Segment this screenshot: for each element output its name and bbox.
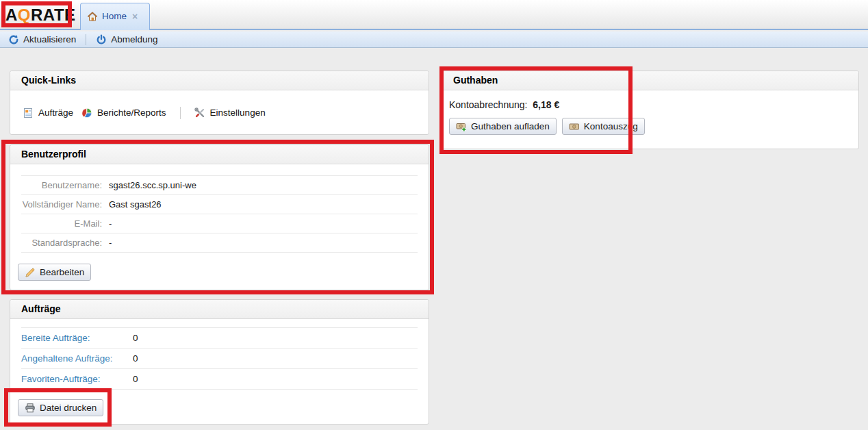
profile-row-label: Vollständiger Name: xyxy=(21,199,102,210)
quick-link-label: Einstellungen xyxy=(210,108,266,118)
tab-home[interactable]: Home × xyxy=(80,3,150,30)
quick-links-panel: Quick-Links Aufträge xyxy=(10,71,429,135)
quick-link-auftraege[interactable]: Aufträge xyxy=(23,108,73,118)
logo-text: A xyxy=(5,5,18,25)
logo-accent-letter: Q xyxy=(18,5,31,25)
job-row: Favoriten-Aufträge: 0 xyxy=(21,369,418,390)
ready-jobs-count: 0 xyxy=(133,333,138,343)
document-icon xyxy=(23,108,34,118)
logo-text-rest: RATE xyxy=(31,5,76,25)
tab-close-icon[interactable]: × xyxy=(132,11,138,22)
edit-profile-label: Bearbeiten xyxy=(40,267,84,277)
print-file-button[interactable]: Datei drucken xyxy=(18,399,103,416)
toolbar-separator xyxy=(86,34,86,45)
logout-button[interactable]: Abmeldung xyxy=(92,33,162,47)
guthaben-panel: Guthaben Kontoabrechnung: 6,18 € xyxy=(442,71,859,149)
tools-icon xyxy=(194,108,205,118)
job-row: Angehaltene Aufträge: 0 xyxy=(21,349,418,369)
tab-label: Home xyxy=(102,11,127,21)
profile-rows: Benutzername: sgast26.scc.sp.uni-we Voll… xyxy=(21,175,418,253)
profile-row: Benutzername: sgast26.scc.sp.uni-we xyxy=(21,176,418,195)
refresh-icon xyxy=(8,34,19,45)
profile-row: Vollständiger Name: Gast sgast26 xyxy=(21,195,418,214)
app-logo[interactable]: AQRATE xyxy=(5,4,88,26)
print-file-label: Datei drucken xyxy=(40,403,97,413)
favorite-jobs-link[interactable]: Favoriten-Aufträge: xyxy=(21,374,133,384)
ready-jobs-link[interactable]: Bereite Aufträge: xyxy=(21,333,133,343)
benutzerprofil-panel: Benutzerprofil Benutzername: sgast26.scc… xyxy=(10,144,429,290)
quick-links-title: Quick-Links xyxy=(10,71,429,90)
guthaben-title: Guthaben xyxy=(442,71,858,90)
logout-label: Abmeldung xyxy=(111,34,157,45)
pencil-icon xyxy=(25,267,36,278)
auftraege-panel: Aufträge Bereite Aufträge: 0 Angehaltene… xyxy=(10,299,429,425)
guthaben-body: Kontoabrechnung: 6,18 € Guthaben auflade… xyxy=(442,90,858,135)
balance-value: 6,18 € xyxy=(533,99,559,110)
app-window: AQRATE Home × Aktualisiere xyxy=(0,0,868,430)
money-icon xyxy=(569,121,580,132)
quick-links-body: Aufträge Berichte/Reports xyxy=(10,90,429,135)
profile-row: Standardsprache: - xyxy=(21,233,418,253)
power-icon xyxy=(96,34,107,45)
profile-row-value: sgast26.scc.sp.uni-we xyxy=(109,180,196,190)
job-row: Bereite Aufträge: 0 xyxy=(21,328,418,349)
home-icon xyxy=(87,11,98,22)
auftraege-title: Aufträge xyxy=(10,300,429,319)
refresh-label: Aktualisieren xyxy=(23,34,76,45)
statement-button[interactable]: Kontoauszug xyxy=(562,118,645,135)
main-toolbar: Aktualisieren Abmeldung xyxy=(0,31,868,48)
held-jobs-count: 0 xyxy=(133,353,138,364)
profile-row-label: E-Mail: xyxy=(21,218,102,229)
quick-link-berichte[interactable]: Berichte/Reports xyxy=(81,108,166,118)
profile-row: E-Mail: - xyxy=(21,214,418,233)
tab-strip: AQRATE Home × xyxy=(0,0,868,30)
printer-icon xyxy=(25,403,36,414)
profile-row-value: - xyxy=(109,218,112,229)
profile-row-label: Benutzername: xyxy=(21,180,102,190)
topup-button-label: Guthaben aufladen xyxy=(471,121,550,131)
benutzerprofil-title: Benutzerprofil xyxy=(10,145,429,164)
profile-row-label: Standardsprache: xyxy=(21,238,102,248)
quick-link-label: Berichte/Reports xyxy=(97,108,166,118)
statement-button-label: Kontoauszug xyxy=(584,121,638,131)
money-add-icon xyxy=(456,121,467,132)
pie-chart-icon xyxy=(81,108,92,118)
topup-button[interactable]: Guthaben aufladen xyxy=(449,118,557,135)
profile-row-value: - xyxy=(109,238,112,248)
held-jobs-link[interactable]: Angehaltene Aufträge: xyxy=(21,353,133,364)
favorite-jobs-count: 0 xyxy=(133,374,138,384)
balance-line: Kontoabrechnung: 6,18 € xyxy=(449,99,858,110)
refresh-button[interactable]: Aktualisieren xyxy=(4,33,80,47)
balance-label: Kontoabrechnung: xyxy=(449,99,527,110)
quick-links-separator xyxy=(180,107,181,119)
job-rows: Bereite Aufträge: 0 Angehaltene Aufträge… xyxy=(21,327,418,390)
quick-link-einstellungen[interactable]: Einstellungen xyxy=(194,108,266,118)
profile-row-value: Gast sgast26 xyxy=(109,199,162,210)
edit-profile-button[interactable]: Bearbeiten xyxy=(18,264,91,281)
quick-link-label: Aufträge xyxy=(38,108,73,118)
